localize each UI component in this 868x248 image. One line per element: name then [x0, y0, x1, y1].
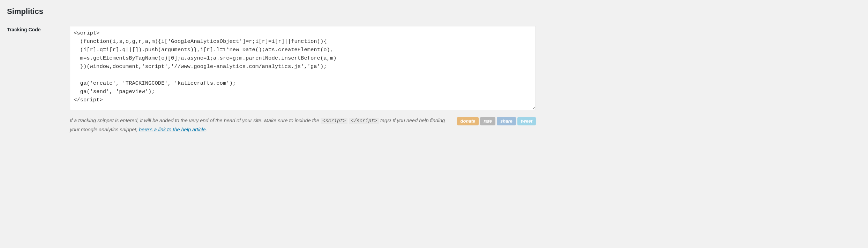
rate-button[interactable]: rate [480, 117, 495, 125]
desc-code-close: </script> [349, 118, 379, 124]
desc-part1: If a tracking snippet is entered, it wil… [70, 118, 321, 123]
desc-part3: . [206, 127, 207, 132]
share-button[interactable]: share [497, 117, 516, 125]
desc-code-open: <script> [321, 118, 347, 124]
description-text: If a tracking snippet is entered, it wil… [70, 116, 450, 134]
tracking-code-textarea[interactable] [70, 26, 536, 110]
page-title: Simplitics [7, 7, 536, 16]
help-article-link[interactable]: here's a link to the help article [139, 127, 205, 132]
tracking-code-row: Tracking Code If a tracking snippet is e… [7, 26, 536, 134]
donate-button[interactable]: donate [457, 117, 479, 125]
tweet-button[interactable]: tweet [517, 117, 536, 125]
tracking-code-label: Tracking Code [7, 27, 40, 32]
action-buttons: donate rate share tweet [457, 116, 536, 125]
